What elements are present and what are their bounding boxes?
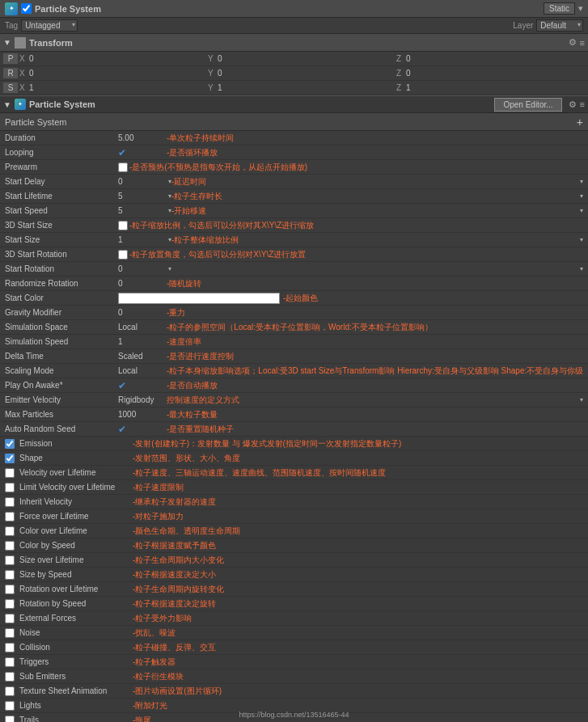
property-select[interactable]: Scaled (118, 352, 167, 361)
component-enabled-checkbox[interactable] (21, 3, 32, 14)
module-label[interactable]: Noise (19, 628, 133, 637)
property-value[interactable]: 1000 (118, 410, 167, 419)
static-dropdown-arrow[interactable]: ▾ (578, 3, 583, 14)
module-label[interactable]: External Forces (19, 614, 133, 623)
module-checkbox[interactable] (5, 716, 15, 723)
module-label[interactable]: Trails (19, 716, 133, 722)
module-label[interactable]: Size over Lifetime (19, 555, 133, 564)
property-value[interactable]: 0 (118, 279, 167, 288)
module-checkbox[interactable] (5, 657, 15, 667)
chevron-down-icon[interactable]: ▾ (580, 192, 583, 200)
module-label[interactable]: Rotation by Speed (19, 599, 133, 608)
ps-gear-icon[interactable]: ⚙ (569, 99, 577, 110)
module-label[interactable]: Collision (19, 643, 133, 652)
property-checkbox[interactable] (118, 163, 128, 172)
module-checkbox[interactable] (5, 497, 15, 507)
module-checkbox[interactable] (5, 701, 15, 711)
module-checkbox[interactable] (5, 541, 15, 551)
position-btn[interactable]: P (3, 53, 18, 64)
module-checkbox[interactable] (5, 686, 15, 696)
chevron-down-icon[interactable]: ▾ (580, 178, 583, 185)
scale-z-value[interactable]: 1 (406, 83, 585, 92)
module-label[interactable]: Color by Speed (19, 541, 133, 550)
open-editor-button[interactable]: Open Editor... (494, 98, 561, 112)
module-checkbox[interactable] (5, 439, 15, 449)
module-label[interactable]: Shape (19, 454, 133, 462)
chevron-down-icon[interactable]: ▾ (168, 265, 171, 272)
module-label[interactable]: Lights (19, 701, 133, 710)
pos-z-label: Z (396, 54, 404, 63)
property-checkmark: ✔ (118, 147, 167, 158)
static-button[interactable]: Static (544, 2, 575, 15)
module-checkbox[interactable] (5, 672, 15, 682)
property-select[interactable]: Local (118, 366, 167, 375)
property-row: Simulation SpaceLocal-粒子的参照空间（Local:受本粒子… (0, 320, 588, 335)
rot-z-value[interactable]: 0 (406, 69, 585, 78)
ps-inner-title: Particle System (5, 117, 577, 127)
module-label[interactable]: Force over Lifetime (19, 512, 133, 521)
module-label[interactable]: Triggers (19, 657, 133, 666)
module-checkbox[interactable] (5, 483, 15, 492)
property-description: -粒子的参照空间（Local:受本粒子位置影响，World:不受本粒子位置影响） (167, 322, 583, 333)
layer-dropdown[interactable]: Default ▾ (536, 19, 583, 32)
property-value[interactable]: 1 (118, 337, 167, 346)
scale-btn[interactable]: S (3, 82, 18, 93)
transform-gear-icon[interactable]: ⚙ (569, 37, 577, 48)
transform-info-icon[interactable]: ≡ (580, 38, 585, 48)
property-value[interactable]: 0 (118, 264, 167, 273)
ps-info-icon[interactable]: ≡ (580, 99, 585, 109)
module-label[interactable]: Rotation over Lifetime (19, 585, 133, 593)
module-description: -粒子根据速度决定大小 (133, 569, 583, 581)
module-label[interactable]: Texture Sheet Animation (19, 686, 133, 695)
module-checkbox[interactable] (5, 585, 15, 594)
module-checkbox[interactable] (5, 643, 15, 652)
pos-x-value[interactable]: 0 (29, 54, 208, 63)
module-description: -附加灯光 (133, 700, 583, 711)
property-select[interactable]: Rigidbody (118, 395, 167, 404)
module-label[interactable]: Velocity over Lifetime (19, 468, 133, 477)
module-label[interactable]: Emission (19, 439, 133, 448)
rotation-btn[interactable]: R (3, 68, 18, 78)
add-module-button[interactable]: + (577, 116, 583, 129)
chevron-down-icon[interactable]: ▾ (580, 396, 583, 403)
rot-y-value[interactable]: 0 (218, 69, 396, 78)
scale-x-value[interactable]: 1 (29, 83, 208, 92)
property-checkbox[interactable] (118, 250, 128, 260)
module-label[interactable]: Limit Velocity over Lifetime (19, 483, 133, 492)
property-checkbox[interactable] (118, 221, 128, 230)
property-value[interactable]: 5 (118, 206, 167, 215)
module-label[interactable]: Inherit Velocity (19, 497, 133, 506)
pos-z-value[interactable]: 0 (406, 54, 585, 63)
module-checkbox[interactable] (5, 468, 15, 478)
color-swatch[interactable] (118, 293, 280, 304)
module-row: Triggers-粒子触发器 (0, 655, 588, 669)
chevron-down-icon[interactable]: ▾ (580, 265, 583, 272)
module-checkbox[interactable] (5, 570, 15, 580)
scale-y-value[interactable]: 1 (218, 83, 396, 92)
property-value[interactable]: 5.00 (118, 133, 167, 142)
module-checkbox[interactable] (5, 512, 15, 521)
module-label[interactable]: Sub Emitters (19, 672, 133, 681)
module-label[interactable]: Color over Lifetime (19, 526, 133, 535)
module-checkbox[interactable] (5, 628, 15, 638)
property-value[interactable]: 0 (118, 308, 167, 317)
property-value[interactable]: 1 (118, 235, 167, 244)
module-checkbox[interactable] (5, 526, 15, 536)
transform-triangle[interactable]: ▼ (3, 38, 11, 47)
module-checkbox[interactable] (5, 614, 15, 623)
transform-header: ▼ Transform ⚙ ≡ (0, 34, 588, 52)
property-value[interactable]: 0 (118, 177, 167, 186)
module-checkbox[interactable] (5, 555, 15, 565)
ps-triangle[interactable]: ▼ (3, 100, 11, 109)
pos-y-value[interactable]: 0 (218, 54, 396, 63)
property-value[interactable]: 5 (118, 192, 167, 201)
property-select[interactable]: Local (118, 323, 167, 331)
rot-x-value[interactable]: 0 (29, 69, 208, 78)
module-checkbox[interactable] (5, 454, 15, 463)
module-checkbox[interactable] (5, 599, 15, 609)
scale-y-group: Y 1 (208, 83, 396, 92)
chevron-down-icon[interactable]: ▾ (580, 207, 583, 214)
chevron-down-icon[interactable]: ▾ (580, 236, 583, 243)
module-label[interactable]: Size by Speed (19, 570, 133, 579)
tag-dropdown[interactable]: Untagged ▾ (21, 19, 77, 32)
